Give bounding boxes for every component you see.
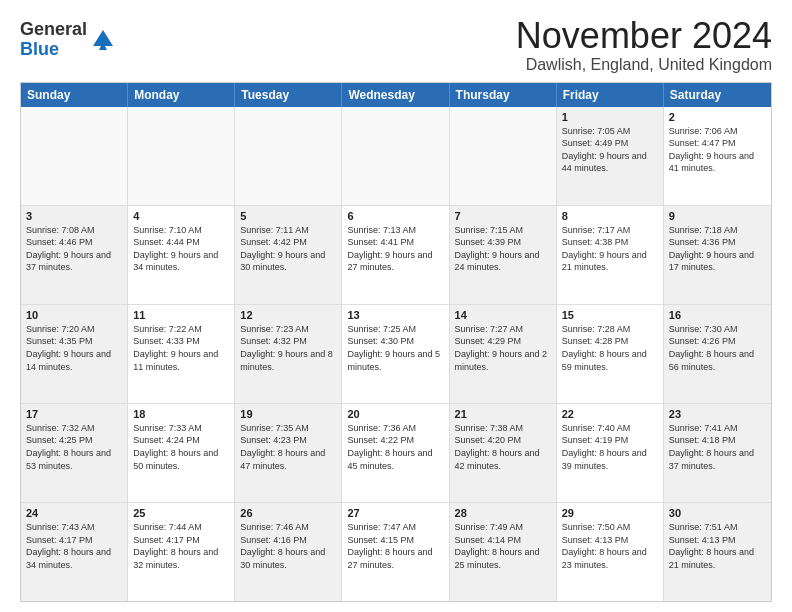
- header-day-tuesday: Tuesday: [235, 83, 342, 107]
- day-number: 13: [347, 309, 443, 321]
- day-info: Sunrise: 7:20 AM Sunset: 4:35 PM Dayligh…: [26, 323, 122, 373]
- day-number: 17: [26, 408, 122, 420]
- calendar-cell: 23Sunrise: 7:41 AM Sunset: 4:18 PM Dayli…: [664, 404, 771, 502]
- calendar-cell: 20Sunrise: 7:36 AM Sunset: 4:22 PM Dayli…: [342, 404, 449, 502]
- day-info: Sunrise: 7:10 AM Sunset: 4:44 PM Dayligh…: [133, 224, 229, 274]
- calendar-cell: [450, 107, 557, 205]
- day-number: 9: [669, 210, 766, 222]
- day-info: Sunrise: 7:13 AM Sunset: 4:41 PM Dayligh…: [347, 224, 443, 274]
- calendar-cell: 15Sunrise: 7:28 AM Sunset: 4:28 PM Dayli…: [557, 305, 664, 403]
- calendar-cell: 9Sunrise: 7:18 AM Sunset: 4:36 PM Daylig…: [664, 206, 771, 304]
- calendar-cell: 4Sunrise: 7:10 AM Sunset: 4:44 PM Daylig…: [128, 206, 235, 304]
- day-info: Sunrise: 7:22 AM Sunset: 4:33 PM Dayligh…: [133, 323, 229, 373]
- header-day-monday: Monday: [128, 83, 235, 107]
- day-info: Sunrise: 7:46 AM Sunset: 4:16 PM Dayligh…: [240, 521, 336, 571]
- title-block: November 2024 Dawlish, England, United K…: [516, 16, 772, 74]
- calendar-cell: 2Sunrise: 7:06 AM Sunset: 4:47 PM Daylig…: [664, 107, 771, 205]
- day-number: 26: [240, 507, 336, 519]
- header: General Blue November 2024 Dawlish, Engl…: [20, 16, 772, 74]
- day-info: Sunrise: 7:18 AM Sunset: 4:36 PM Dayligh…: [669, 224, 766, 274]
- day-number: 1: [562, 111, 658, 123]
- calendar-cell: 1Sunrise: 7:05 AM Sunset: 4:49 PM Daylig…: [557, 107, 664, 205]
- calendar-cell: 28Sunrise: 7:49 AM Sunset: 4:14 PM Dayli…: [450, 503, 557, 601]
- day-number: 24: [26, 507, 122, 519]
- day-info: Sunrise: 7:41 AM Sunset: 4:18 PM Dayligh…: [669, 422, 766, 472]
- day-number: 12: [240, 309, 336, 321]
- header-day-friday: Friday: [557, 83, 664, 107]
- day-number: 23: [669, 408, 766, 420]
- day-info: Sunrise: 7:32 AM Sunset: 4:25 PM Dayligh…: [26, 422, 122, 472]
- day-number: 14: [455, 309, 551, 321]
- calendar-cell: 24Sunrise: 7:43 AM Sunset: 4:17 PM Dayli…: [21, 503, 128, 601]
- day-number: 21: [455, 408, 551, 420]
- day-number: 8: [562, 210, 658, 222]
- calendar-cell: [235, 107, 342, 205]
- calendar-row-0: 1Sunrise: 7:05 AM Sunset: 4:49 PM Daylig…: [21, 107, 771, 206]
- logo: General Blue: [20, 20, 117, 60]
- day-number: 27: [347, 507, 443, 519]
- day-info: Sunrise: 7:36 AM Sunset: 4:22 PM Dayligh…: [347, 422, 443, 472]
- calendar-cell: 13Sunrise: 7:25 AM Sunset: 4:30 PM Dayli…: [342, 305, 449, 403]
- day-number: 11: [133, 309, 229, 321]
- day-number: 19: [240, 408, 336, 420]
- calendar: SundayMondayTuesdayWednesdayThursdayFrid…: [20, 82, 772, 602]
- day-info: Sunrise: 7:23 AM Sunset: 4:32 PM Dayligh…: [240, 323, 336, 373]
- calendar-cell: 10Sunrise: 7:20 AM Sunset: 4:35 PM Dayli…: [21, 305, 128, 403]
- month-title: November 2024: [516, 16, 772, 56]
- subtitle: Dawlish, England, United Kingdom: [516, 56, 772, 74]
- page: General Blue November 2024 Dawlish, Engl…: [0, 0, 792, 612]
- day-number: 15: [562, 309, 658, 321]
- calendar-row-1: 3Sunrise: 7:08 AM Sunset: 4:46 PM Daylig…: [21, 206, 771, 305]
- calendar-cell: 14Sunrise: 7:27 AM Sunset: 4:29 PM Dayli…: [450, 305, 557, 403]
- day-number: 18: [133, 408, 229, 420]
- calendar-cell: 17Sunrise: 7:32 AM Sunset: 4:25 PM Dayli…: [21, 404, 128, 502]
- day-number: 3: [26, 210, 122, 222]
- day-info: Sunrise: 7:17 AM Sunset: 4:38 PM Dayligh…: [562, 224, 658, 274]
- header-day-wednesday: Wednesday: [342, 83, 449, 107]
- calendar-cell: 11Sunrise: 7:22 AM Sunset: 4:33 PM Dayli…: [128, 305, 235, 403]
- calendar-cell: [342, 107, 449, 205]
- day-info: Sunrise: 7:35 AM Sunset: 4:23 PM Dayligh…: [240, 422, 336, 472]
- day-number: 5: [240, 210, 336, 222]
- day-info: Sunrise: 7:51 AM Sunset: 4:13 PM Dayligh…: [669, 521, 766, 571]
- calendar-cell: 12Sunrise: 7:23 AM Sunset: 4:32 PM Dayli…: [235, 305, 342, 403]
- day-info: Sunrise: 7:38 AM Sunset: 4:20 PM Dayligh…: [455, 422, 551, 472]
- logo-general-text: General: [20, 19, 87, 39]
- header-day-sunday: Sunday: [21, 83, 128, 107]
- calendar-cell: 18Sunrise: 7:33 AM Sunset: 4:24 PM Dayli…: [128, 404, 235, 502]
- day-number: 29: [562, 507, 658, 519]
- calendar-body: 1Sunrise: 7:05 AM Sunset: 4:49 PM Daylig…: [21, 107, 771, 601]
- calendar-cell: [21, 107, 128, 205]
- day-number: 7: [455, 210, 551, 222]
- day-info: Sunrise: 7:28 AM Sunset: 4:28 PM Dayligh…: [562, 323, 658, 373]
- day-info: Sunrise: 7:47 AM Sunset: 4:15 PM Dayligh…: [347, 521, 443, 571]
- header-day-thursday: Thursday: [450, 83, 557, 107]
- calendar-header: SundayMondayTuesdayWednesdayThursdayFrid…: [21, 83, 771, 107]
- day-info: Sunrise: 7:11 AM Sunset: 4:42 PM Dayligh…: [240, 224, 336, 274]
- day-info: Sunrise: 7:43 AM Sunset: 4:17 PM Dayligh…: [26, 521, 122, 571]
- day-info: Sunrise: 7:27 AM Sunset: 4:29 PM Dayligh…: [455, 323, 551, 373]
- day-number: 22: [562, 408, 658, 420]
- calendar-cell: 16Sunrise: 7:30 AM Sunset: 4:26 PM Dayli…: [664, 305, 771, 403]
- calendar-cell: 27Sunrise: 7:47 AM Sunset: 4:15 PM Dayli…: [342, 503, 449, 601]
- day-info: Sunrise: 7:40 AM Sunset: 4:19 PM Dayligh…: [562, 422, 658, 472]
- day-number: 28: [455, 507, 551, 519]
- day-info: Sunrise: 7:33 AM Sunset: 4:24 PM Dayligh…: [133, 422, 229, 472]
- calendar-cell: 5Sunrise: 7:11 AM Sunset: 4:42 PM Daylig…: [235, 206, 342, 304]
- day-number: 2: [669, 111, 766, 123]
- calendar-cell: 19Sunrise: 7:35 AM Sunset: 4:23 PM Dayli…: [235, 404, 342, 502]
- day-info: Sunrise: 7:50 AM Sunset: 4:13 PM Dayligh…: [562, 521, 658, 571]
- header-day-saturday: Saturday: [664, 83, 771, 107]
- calendar-cell: 6Sunrise: 7:13 AM Sunset: 4:41 PM Daylig…: [342, 206, 449, 304]
- day-info: Sunrise: 7:30 AM Sunset: 4:26 PM Dayligh…: [669, 323, 766, 373]
- calendar-cell: 29Sunrise: 7:50 AM Sunset: 4:13 PM Dayli…: [557, 503, 664, 601]
- day-number: 25: [133, 507, 229, 519]
- calendar-cell: 3Sunrise: 7:08 AM Sunset: 4:46 PM Daylig…: [21, 206, 128, 304]
- calendar-row-3: 17Sunrise: 7:32 AM Sunset: 4:25 PM Dayli…: [21, 404, 771, 503]
- calendar-cell: 26Sunrise: 7:46 AM Sunset: 4:16 PM Dayli…: [235, 503, 342, 601]
- day-info: Sunrise: 7:25 AM Sunset: 4:30 PM Dayligh…: [347, 323, 443, 373]
- day-number: 6: [347, 210, 443, 222]
- calendar-row-2: 10Sunrise: 7:20 AM Sunset: 4:35 PM Dayli…: [21, 305, 771, 404]
- day-info: Sunrise: 7:15 AM Sunset: 4:39 PM Dayligh…: [455, 224, 551, 274]
- day-number: 30: [669, 507, 766, 519]
